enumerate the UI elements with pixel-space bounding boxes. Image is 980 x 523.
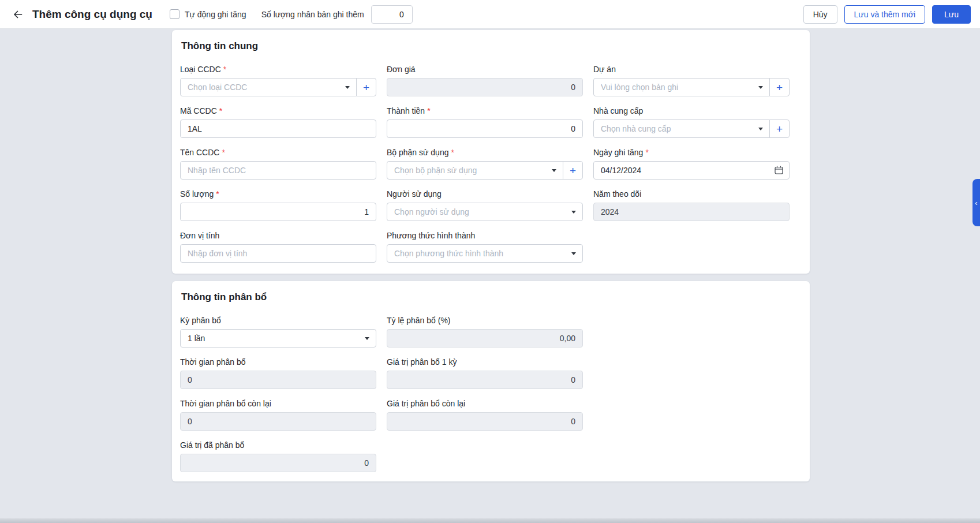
loai-ccdc-select[interactable] xyxy=(180,78,357,96)
thoi-gian-phan-bo-con-lai-input xyxy=(180,412,376,431)
phuong-thuc-hinh-thanh-select-input[interactable] xyxy=(387,244,583,263)
field-loai-ccdc: Loại CCDC* + xyxy=(180,65,376,96)
field-ten-ccdc: Tên CCDC* xyxy=(180,148,376,180)
general-info-grid: Loại CCDC* + Đơn giá Dự án xyxy=(180,65,796,263)
loai-ccdc-add-button[interactable]: + xyxy=(356,78,376,96)
ma-ccdc-input[interactable] xyxy=(180,119,376,138)
ty-le-phan-bo-input xyxy=(387,329,583,348)
field-label: Đơn vị tính xyxy=(180,231,219,241)
field-gia-tri-da-phan-bo: Giá trị đã phân bổ xyxy=(180,440,376,472)
general-info-card: Thông tin chung Loại CCDC* + Đơn giá xyxy=(172,30,810,274)
plus-icon: + xyxy=(776,124,783,135)
field-thoi-gian-phan-bo: Thời gian phân bổ xyxy=(180,357,376,389)
field-label: Năm theo dõi xyxy=(593,189,641,199)
field-label: Đơn giá xyxy=(387,65,416,74)
field-label: Số lượng xyxy=(180,189,214,199)
gia-tri-phan-bo-con-lai-input xyxy=(387,412,583,431)
field-thoi-gian-phan-bo-con-lai: Thời gian phân bổ còn lại xyxy=(180,399,376,431)
ten-ccdc-input[interactable] xyxy=(180,161,376,180)
field-ngay-ghi-tang: Ngày ghi tăng* xyxy=(593,148,790,180)
field-ky-phan-bo: Kỳ phân bổ xyxy=(180,316,376,348)
auto-increase-group: Tự động ghi tăng xyxy=(170,9,246,19)
ngay-ghi-tang-input[interactable] xyxy=(593,161,790,180)
field-label: Tên CCDC xyxy=(180,148,219,158)
bo-phan-su-dung-select-input[interactable] xyxy=(387,161,563,180)
field-label: Dự án xyxy=(593,65,616,74)
nha-cung-cap-select-input[interactable] xyxy=(593,119,770,138)
loai-ccdc-select-input[interactable] xyxy=(180,78,357,96)
ky-phan-bo-select-input[interactable] xyxy=(180,329,376,348)
nam-theo-doi-input xyxy=(593,203,790,221)
plus-icon: + xyxy=(570,165,576,176)
field-label: Bộ phận sử dụng xyxy=(387,148,448,158)
clone-count-input[interactable] xyxy=(371,5,413,24)
field-label: Loại CCDC xyxy=(180,65,221,74)
required-mark: * xyxy=(645,148,648,158)
plus-icon: + xyxy=(363,82,369,93)
field-so-luong: Số lượng* xyxy=(180,189,376,221)
allocation-info-grid: Kỳ phân bổ Tỷ lệ phân bổ (%) Thời gian p… xyxy=(180,316,796,472)
required-mark: * xyxy=(427,106,430,116)
field-nha-cung-cap: Nhà cung cấp + xyxy=(593,106,790,138)
gia-tri-da-phan-bo-input xyxy=(180,454,376,472)
required-mark: * xyxy=(223,65,226,74)
field-label: Giá trị phân bổ 1 kỳ xyxy=(387,357,457,367)
so-luong-input[interactable] xyxy=(180,203,376,221)
nguoi-su-dung-select-input[interactable] xyxy=(387,203,583,221)
general-info-title: Thông tin chung xyxy=(181,40,796,52)
ky-phan-bo-select[interactable] xyxy=(180,329,376,348)
thoi-gian-phan-bo-input xyxy=(180,371,376,389)
phuong-thuc-hinh-thanh-select[interactable] xyxy=(387,244,583,263)
nha-cung-cap-add-button[interactable]: + xyxy=(769,119,790,138)
don-vi-tinh-input[interactable] xyxy=(180,244,376,263)
field-label: Tỷ lệ phân bổ (%) xyxy=(387,316,451,326)
allocation-info-title: Thông tin phân bổ xyxy=(181,292,796,303)
required-mark: * xyxy=(219,106,222,116)
field-label: Kỳ phân bổ xyxy=(180,316,221,326)
field-label: Người sử dụng xyxy=(387,189,442,199)
back-button[interactable] xyxy=(9,6,27,23)
field-label: Thời gian phân bổ xyxy=(180,357,245,367)
field-don-vi-tinh: Đơn vị tính xyxy=(180,231,376,263)
required-mark: * xyxy=(222,148,225,158)
bottom-edge-strip xyxy=(0,518,980,523)
du-an-select[interactable] xyxy=(593,78,770,96)
required-mark: * xyxy=(216,189,219,199)
field-don-gia: Đơn giá xyxy=(387,65,583,96)
field-label: Mã CCDC xyxy=(180,106,217,116)
bo-phan-su-dung-select[interactable] xyxy=(387,161,563,180)
field-thanh-tien: Thành tiền* xyxy=(387,106,583,138)
auto-increase-checkbox[interactable] xyxy=(170,9,179,19)
field-label: Giá trị đã phân bổ xyxy=(180,440,244,450)
thanh-tien-input[interactable] xyxy=(387,119,583,138)
save-button[interactable]: Lưu xyxy=(932,5,971,24)
field-ty-le-phan-bo: Tỷ lệ phân bổ (%) xyxy=(387,316,583,348)
field-nguoi-su-dung: Người sử dụng xyxy=(387,189,583,221)
auto-increase-label: Tự động ghi tăng xyxy=(185,10,246,19)
save-and-new-button[interactable]: Lưu và thêm mới xyxy=(844,5,925,24)
clone-count-label: Số lượng nhân bản ghi thêm xyxy=(261,10,364,19)
field-phuong-thuc-hinh-thanh: Phương thức hình thành xyxy=(387,231,583,263)
field-bo-phan-su-dung: Bộ phận sử dụng* + xyxy=(387,148,583,180)
field-label: Phương thức hình thành xyxy=(387,231,475,241)
field-gia-tri-phan-bo-1-ky: Giá trị phân bổ 1 kỳ xyxy=(387,357,583,389)
plus-icon: + xyxy=(776,82,783,93)
field-label: Giá trị phân bổ còn lại xyxy=(387,399,465,409)
field-label: Thành tiền xyxy=(387,106,425,116)
field-label: Thời gian phân bổ còn lại xyxy=(180,399,271,409)
nguoi-su-dung-select[interactable] xyxy=(387,203,583,221)
side-panel-toggle[interactable]: ‹ xyxy=(972,179,980,226)
field-label: Nhà cung cấp xyxy=(593,106,643,116)
field-du-an: Dự án + xyxy=(593,65,790,96)
cancel-button[interactable]: Hủy xyxy=(803,5,837,24)
du-an-add-button[interactable]: + xyxy=(769,78,790,96)
ngay-ghi-tang-datepicker[interactable] xyxy=(593,161,790,180)
nha-cung-cap-select[interactable] xyxy=(593,119,770,138)
bo-phan-su-dung-add-button[interactable]: + xyxy=(563,161,583,180)
field-label: Ngày ghi tăng xyxy=(593,148,643,158)
page-title: Thêm công cụ dụng cụ xyxy=(32,8,152,21)
calendar-icon[interactable] xyxy=(774,165,784,175)
gia-tri-phan-bo-1-ky-input xyxy=(387,371,583,389)
field-ma-ccdc: Mã CCDC* xyxy=(180,106,376,138)
du-an-select-input[interactable] xyxy=(593,78,770,96)
